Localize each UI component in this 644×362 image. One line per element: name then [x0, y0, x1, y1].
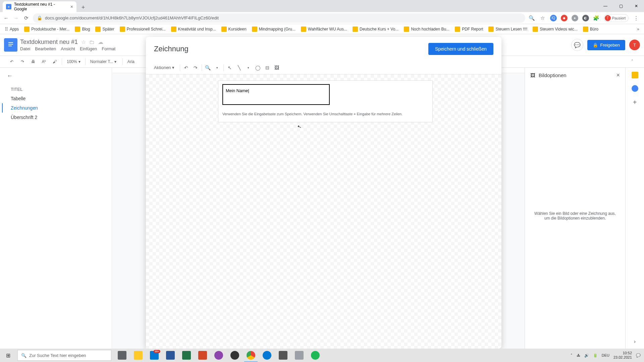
word-icon[interactable]	[162, 349, 178, 362]
image-tool-icon[interactable]: 🖼	[273, 64, 280, 71]
font-select[interactable]: Aria	[126, 59, 136, 64]
tray-chevron-icon[interactable]: ˄	[571, 353, 573, 358]
account-avatar[interactable]: T	[629, 40, 640, 50]
spellcheck-button[interactable]: Aᵇ	[40, 58, 48, 65]
redo-icon[interactable]: ↷	[192, 64, 199, 71]
extension-icon-1[interactable]: IQ	[550, 15, 557, 21]
print-button[interactable]: 🖶	[30, 58, 37, 65]
profile-paused-button[interactable]: T Pausiert	[604, 14, 629, 22]
edge-icon[interactable]	[259, 349, 275, 362]
zoom-dropdown-icon[interactable]: ▾	[214, 64, 221, 71]
move-document-icon[interactable]: 🗀	[89, 39, 95, 45]
actions-menu[interactable]: Aktionen▾	[151, 64, 177, 71]
new-tab-button[interactable]: +	[78, 3, 88, 12]
shape-tool-icon[interactable]: ◯	[255, 64, 261, 71]
tray-notifications-icon[interactable]: 💬	[636, 353, 641, 358]
close-tab-icon[interactable]: ×	[70, 4, 73, 9]
menu-insert[interactable]: Einfügen	[80, 46, 97, 51]
zoom-select[interactable]: 100%▾	[65, 59, 82, 64]
nav-back-icon[interactable]: ←	[3, 15, 9, 21]
bookmark-item[interactable]: Deutsche Kurs + Vo...	[351, 25, 400, 33]
undo-icon[interactable]: ↶	[183, 64, 190, 71]
docs-logo-icon[interactable]	[4, 38, 17, 52]
outline-back-icon[interactable]: ←	[7, 72, 101, 79]
menu-edit[interactable]: Bearbeiten	[35, 46, 56, 51]
zoom-icon[interactable]: 🔍	[529, 15, 535, 21]
outline-item[interactable]: Überschrift 2	[7, 113, 101, 122]
menu-file[interactable]: Datei	[20, 46, 30, 51]
cloud-status-icon[interactable]: ☁	[98, 39, 103, 45]
tray-battery-icon[interactable]: 🔋	[593, 353, 598, 358]
bookmark-item[interactable]: Steuern Videos wic...	[531, 25, 580, 33]
save-close-button[interactable]: Speichern und schließen	[428, 43, 493, 55]
app-icon[interactable]	[211, 349, 227, 362]
redo-button[interactable]: ↷	[19, 58, 26, 65]
select-tool-icon[interactable]: ↖	[226, 64, 233, 71]
keep-icon[interactable]	[632, 72, 638, 78]
paint-format-button[interactable]: 🖌	[51, 58, 58, 65]
undo-button[interactable]: ↶	[8, 58, 15, 65]
chevron-right-icon[interactable]: ›	[634, 339, 636, 345]
bookmark-item[interactable]: Produktsuche - Mer...	[22, 25, 71, 33]
window-close-button[interactable]: ✕	[629, 0, 644, 12]
bookmark-item[interactable]: Kreativität und Insp...	[169, 25, 218, 33]
style-select[interactable]: Normaler T...▾	[89, 59, 119, 64]
windows-search-input[interactable]: 🔍 Zur Suche Text hier eingeben	[17, 350, 111, 361]
tray-clock[interactable]: 10:52 23.02.2021	[613, 351, 632, 360]
textbox-tool-icon[interactable]: ⊟	[264, 64, 271, 71]
app-icon[interactable]	[227, 349, 243, 362]
menu-format[interactable]: Format	[102, 46, 115, 51]
excel-icon[interactable]	[178, 349, 195, 362]
outline-item-active[interactable]: Zeichnungen	[2, 103, 101, 113]
extension-icon-4[interactable]: ◐	[582, 15, 589, 21]
tasks-icon[interactable]	[632, 85, 638, 92]
bookmark-apps[interactable]: ⠿Apps	[3, 25, 21, 33]
collapse-toolbar-icon[interactable]: ˆ	[629, 58, 636, 65]
bookmark-item[interactable]: Büro	[581, 25, 600, 33]
chrome-icon[interactable]	[243, 349, 259, 362]
outline-item[interactable]: Tabelle	[7, 94, 101, 103]
extension-icon-3[interactable]: ●	[572, 15, 578, 21]
spotify-icon[interactable]	[307, 349, 323, 362]
window-minimize-button[interactable]: —	[598, 0, 613, 12]
powerpoint-icon[interactable]	[195, 349, 211, 362]
bookmark-item[interactable]: Steuern Lesen !!!!	[486, 25, 529, 33]
zoom-tool-icon[interactable]: 🔍	[205, 64, 211, 71]
drawing-canvas[interactable]: Mein Name Verwenden Sie die Eingabetaste…	[146, 74, 501, 349]
start-button[interactable]: ⊞	[0, 349, 16, 362]
bookmark-item[interactable]: Professionell Schrei...	[118, 25, 168, 33]
notepad-icon[interactable]	[291, 349, 307, 362]
bookmark-item[interactable]: Noch hochladen Bu...	[402, 25, 451, 33]
close-panel-icon[interactable]: ×	[616, 72, 620, 79]
bookmark-item[interactable]: Blog	[73, 25, 92, 33]
bookmark-item[interactable]: Kursideen	[219, 25, 249, 33]
star-document-icon[interactable]: ☆	[81, 39, 86, 45]
nav-reload-icon[interactable]: ⟳	[23, 15, 30, 21]
text-input-frame[interactable]: Mein Name	[222, 84, 330, 105]
nav-forward-icon[interactable]: →	[13, 15, 19, 21]
mail-icon[interactable]: 99+	[146, 349, 162, 362]
tray-network-icon[interactable]: 🖧	[577, 353, 580, 357]
browser-tab[interactable]: ≡ Textdokument neu #1 - Google ×	[3, 1, 76, 12]
comments-button[interactable]: 💬	[571, 39, 583, 51]
star-icon[interactable]: ☆	[539, 15, 546, 21]
bookmark-item[interactable]: PDF Report	[453, 25, 485, 33]
tray-language[interactable]: DEU	[602, 353, 609, 357]
app-icon[interactable]	[275, 349, 291, 362]
add-addon-icon[interactable]: +	[633, 99, 637, 106]
extension-icon-2[interactable]: ◆	[561, 15, 568, 21]
address-bar[interactable]: 🔒 docs.google.com/document/d/1hUH8k6h7Lb…	[33, 13, 525, 23]
window-maximize-button[interactable]: ▢	[613, 0, 629, 12]
share-button[interactable]: 🔒 Freigeben	[587, 40, 625, 50]
explorer-icon[interactable]	[130, 349, 146, 362]
outline-item[interactable]: TITEL	[7, 85, 101, 94]
bookmark-item[interactable]: Mindmapping (Gru...	[250, 25, 298, 33]
bookmarks-overflow-icon[interactable]: »	[635, 27, 641, 32]
line-tool-icon[interactable]: ╲	[236, 64, 243, 71]
line-dropdown-icon[interactable]: ▾	[245, 64, 252, 71]
browser-menu-icon[interactable]: ⋮	[633, 15, 639, 21]
document-title[interactable]: Textdokument neu #1	[20, 39, 78, 46]
menu-view[interactable]: Ansicht	[61, 46, 75, 51]
task-view-icon[interactable]	[114, 349, 130, 362]
extensions-menu-icon[interactable]: 🧩	[593, 15, 600, 21]
